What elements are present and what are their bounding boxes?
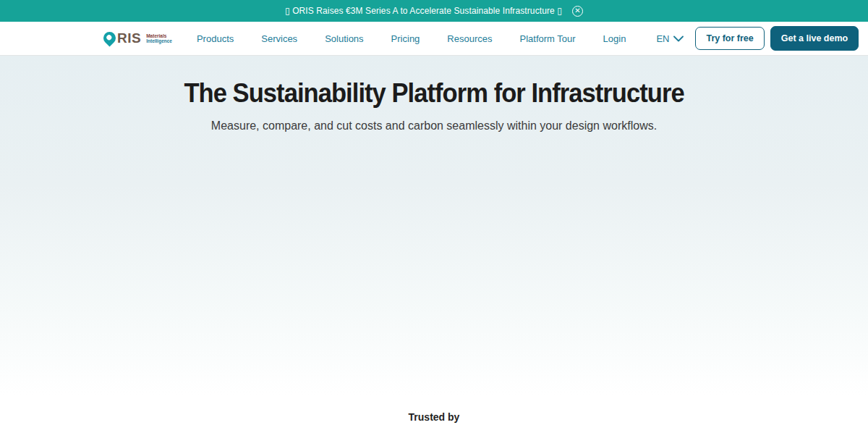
- page-subtitle: Measure, compare, and cut costs and carb…: [211, 119, 657, 132]
- map-pin-hole: [106, 33, 113, 41]
- announcement-text[interactable]: ▯ ORIS Raises €3M Series A to Accelerate…: [285, 6, 562, 16]
- language-code: EN: [656, 33, 669, 44]
- oris-logo[interactable]: RIS Materials Intelligence: [103, 30, 172, 46]
- nav-item-login[interactable]: Login: [603, 33, 626, 44]
- chevron-down-icon: [673, 35, 684, 42]
- nav-item-pricing[interactable]: Pricing: [391, 33, 420, 44]
- nav-item-services[interactable]: Services: [261, 33, 297, 44]
- nav-item-platform-tour[interactable]: Platform Tour: [520, 33, 576, 44]
- nav-item-solutions[interactable]: Solutions: [325, 33, 363, 44]
- page-title: The Sustainability Platform for Infrastr…: [184, 78, 684, 109]
- try-for-free-button[interactable]: Try for free: [695, 27, 764, 50]
- logo-tagline: Materials Intelligence: [146, 33, 172, 44]
- tagline-intelligence: Intelligence: [146, 38, 172, 43]
- nav-item-products[interactable]: Products: [197, 33, 234, 44]
- brand-text: RIS: [117, 30, 141, 46]
- navbar: RIS Materials Intelligence Products Serv…: [0, 22, 868, 56]
- map-pin-icon: [101, 29, 118, 46]
- nav-item-resources[interactable]: Resources: [447, 33, 492, 44]
- announcement-banner: ▯ ORIS Raises €3M Series A to Accelerate…: [0, 0, 868, 22]
- nav-links: Products Services Solutions Pricing Reso…: [197, 33, 626, 44]
- landing-page: ▯ ORIS Raises €3M Series A to Accelerate…: [0, 0, 868, 425]
- tagline-materials: Materials: [146, 33, 172, 38]
- get-live-demo-button[interactable]: Get a live demo: [770, 26, 859, 51]
- trusted-by-label: Trusted by: [409, 411, 460, 423]
- close-icon[interactable]: ✕: [572, 6, 583, 17]
- hero-section: The Sustainability Platform for Infrastr…: [0, 56, 868, 424]
- language-selector[interactable]: EN: [656, 33, 684, 44]
